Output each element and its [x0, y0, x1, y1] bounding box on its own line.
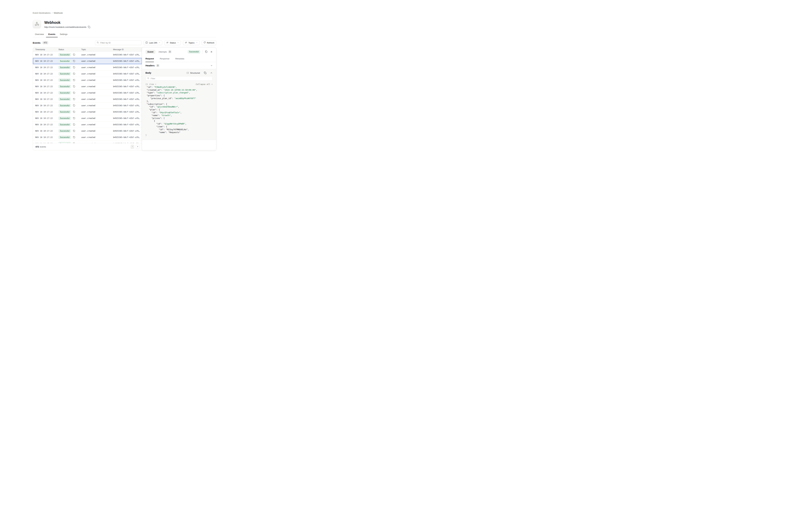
cell-status: Successful: [58, 85, 81, 88]
tab-events[interactable]: Events: [46, 32, 57, 37]
table-row[interactable]: NOV 18 10:17:22Successfuluser.createdb49…: [33, 109, 142, 115]
table-row[interactable]: NOV 18 10:17:22Successfuluser.createdb49…: [33, 115, 142, 121]
close-panel-button[interactable]: [210, 51, 213, 53]
table-row[interactable]: NOV 18 10:17:22Successfuluser.createdb49…: [33, 71, 142, 77]
json-line: "subscription": {: [146, 103, 213, 106]
cell-timestamp: NOV 18 10:17:22: [35, 117, 58, 119]
status-badge: Successful: [58, 97, 71, 101]
json-line: },: [146, 100, 213, 103]
chevron-right-icon: [137, 145, 139, 148]
table-row[interactable]: NOV 18 10:17:22Successfuluser.createdb49…: [33, 121, 142, 128]
breadcrumb-parent[interactable]: Event Destinations: [33, 12, 51, 14]
table-row[interactable]: NOV 18 10:17:22Successfuluser.createdb49…: [33, 102, 142, 109]
filter-sliders-icon: [185, 41, 187, 44]
body-label: Body: [146, 72, 151, 74]
cell-message-id: b4925365-b8cf-42b7-a76…: [113, 98, 142, 100]
filter-by-id-input[interactable]: [100, 41, 140, 44]
event-tab[interactable]: Event: [146, 50, 155, 54]
retry-icon[interactable]: [73, 54, 75, 56]
table-row[interactable]: NOV 18 10:17:22Successfuluser.createdb49…: [33, 83, 142, 90]
structured-mode-toggle[interactable]: Structured: [187, 72, 200, 74]
table-row[interactable]: NOV 18 10:17:22Successfuluser.createdb49…: [33, 52, 142, 58]
tab-overview[interactable]: Overview: [33, 32, 46, 37]
column-header-status: Status: [58, 49, 81, 51]
table-row[interactable]: NOV 18 10:17:22Successfuluser.createdb49…: [33, 96, 142, 102]
retry-icon[interactable]: [73, 98, 75, 100]
topics-filter-button[interactable]: Topics: [183, 40, 200, 45]
collapse-body-button[interactable]: [210, 72, 213, 74]
retry-icon[interactable]: [73, 66, 75, 69]
status-badge: Successful: [58, 110, 71, 114]
cell-topic: user.created: [81, 117, 113, 119]
body-filter-input[interactable]: [150, 77, 211, 80]
retry-icon[interactable]: [73, 124, 75, 126]
chevron-down-icon: [177, 42, 179, 44]
retry-icon[interactable]: [73, 104, 75, 107]
chevron-down-icon: [158, 42, 160, 44]
body-filter-box: [146, 76, 213, 81]
breadcrumb-current: Webhook: [54, 12, 63, 14]
retry-icon[interactable]: [73, 111, 75, 113]
events-table-body: Timestamp Status Topic Message ID NOV 18…: [33, 48, 142, 143]
status-filter-label: Status: [170, 42, 176, 44]
table-row[interactable]: NOV 18 10:17:22Successfuluser.createdb49…: [33, 77, 142, 83]
copy-url-icon[interactable]: [88, 26, 90, 28]
tab-request[interactable]: Request: [146, 56, 154, 62]
chevron-down-icon: [210, 64, 213, 67]
tab-response[interactable]: Response: [160, 56, 169, 62]
time-range-label: Last 24h: [149, 42, 157, 44]
json-item-count-toggle[interactable]: {1 item ↑: [146, 83, 156, 86]
copy-body-button[interactable]: [204, 72, 206, 74]
table-row[interactable]: NOV 18 10:17:22Successfuluser.createdb49…: [33, 140, 142, 143]
status-badge: Successful: [58, 123, 71, 126]
previous-page-button[interactable]: [131, 145, 134, 149]
cell-timestamp: NOV 18 10:17:22: [35, 85, 58, 88]
tab-settings[interactable]: Settings: [58, 32, 70, 37]
cell-message-id: b4925365-b8cf-42b7-a76…: [113, 85, 142, 88]
attempts-tab[interactable]: Attempts 3: [158, 50, 171, 53]
headers-section-toggle[interactable]: Headers 3: [142, 62, 216, 69]
panel-tabs: Request Response Metadata: [142, 56, 216, 62]
retry-icon[interactable]: [73, 136, 75, 138]
json-line: }: [146, 134, 213, 136]
table-header: Timestamp Status Topic Message ID: [33, 48, 142, 52]
retry-icon[interactable]: [73, 60, 75, 62]
retry-icon[interactable]: [73, 79, 75, 81]
json-body: "id": "P2NoRtyZoTc46X3B", "created_at": …: [146, 86, 213, 136]
event-detail-panel: Event Attempts 3 Successful: [142, 47, 216, 150]
retry-icon[interactable]: [73, 117, 75, 119]
table-row[interactable]: NOV 18 10:17:22Successfuluser.createdb49…: [33, 134, 142, 140]
refresh-button[interactable]: Refresh: [202, 40, 216, 45]
time-range-button[interactable]: Last 24h: [144, 40, 162, 45]
refresh-icon: [204, 41, 206, 44]
cell-timestamp: NOV 18 10:17:22: [35, 54, 58, 56]
retry-icon[interactable]: [73, 85, 75, 88]
collapse-all-action[interactable]: Collapse all ↑: [196, 83, 213, 86]
cell-timestamp: NOV 18 10:17:22: [35, 66, 58, 69]
webhook-url: http://mock.hookdeck.com/webhooks/events: [44, 26, 87, 28]
next-page-button[interactable]: [136, 145, 139, 149]
cell-topic: user.created: [81, 73, 113, 75]
tab-metadata[interactable]: Metadata: [175, 56, 184, 62]
cell-message-id: b4925365-b8cf-42b7-a76…: [113, 60, 142, 62]
cell-message-id: b4925365-b8cf-42b7-a76…: [113, 104, 142, 107]
cell-timestamp: NOV 18 10:17:22: [35, 98, 58, 100]
cell-status: Successful: [58, 123, 81, 126]
table-row[interactable]: NOV 18 10:17:22Successfuluser.createdb49…: [33, 90, 142, 96]
json-line: "created_at": "2024-10-10T09:15:50+00:00…: [146, 89, 213, 92]
json-line: "id": "P2NoRtyZoTc46X3B",: [146, 86, 213, 89]
filter-sliders-icon: [166, 41, 169, 44]
table-row[interactable]: NOV 18 10:17:22Successfuluser.createdb49…: [33, 58, 142, 64]
retry-icon[interactable]: [73, 130, 75, 132]
cell-status: Successful: [58, 59, 81, 63]
retry-icon[interactable]: [73, 73, 75, 75]
json-line: "item": {: [146, 125, 213, 128]
json-line: "properties": {: [146, 94, 213, 97]
retry-icon[interactable]: [73, 92, 75, 94]
cell-status: Successful: [58, 116, 81, 120]
status-filter-button[interactable]: Status: [164, 40, 181, 45]
retry-event-button[interactable]: [205, 51, 208, 53]
table-row[interactable]: NOV 18 10:17:22Successfuluser.createdb49…: [33, 128, 142, 134]
table-row[interactable]: NOV 18 10:17:22Successfuluser.createdb49…: [33, 64, 142, 71]
cell-status: Successful: [58, 129, 81, 133]
